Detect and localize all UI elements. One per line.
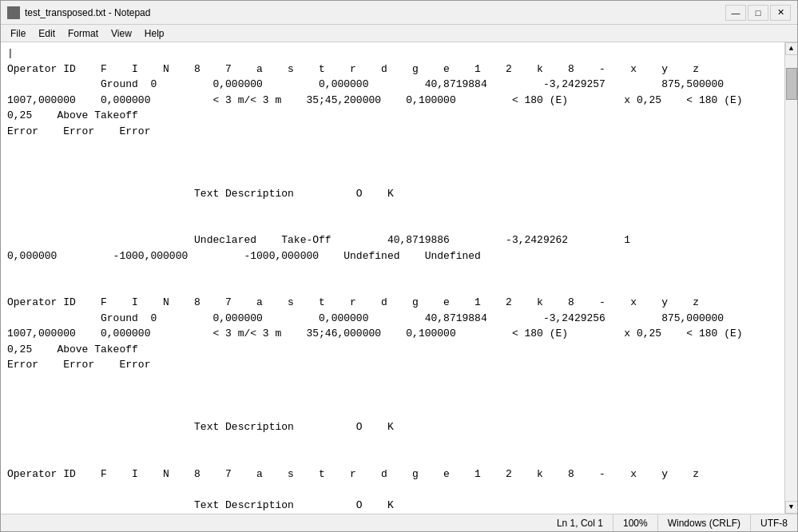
vertical-scrollbar[interactable]: ▲ ▼ (784, 42, 797, 514)
menu-bar: File Edit Format View Help (1, 25, 797, 42)
title-bar: test_transposed.txt - Notepad — □ ✕ (1, 1, 797, 25)
maximize-button[interactable]: □ (748, 5, 768, 21)
scroll-up-button[interactable]: ▲ (785, 42, 798, 55)
window-title: test_transposed.txt - Notepad (25, 7, 725, 18)
menu-file[interactable]: File (4, 26, 32, 41)
scroll-thumb[interactable] (786, 68, 797, 100)
scroll-down-button[interactable]: ▼ (785, 501, 798, 514)
status-line-ending: Windows (CRLF) (658, 514, 751, 531)
status-encoding: UTF-8 (751, 514, 797, 531)
text-editor[interactable]: | Operator ID F I N 8 7 a s t r d g e 1 … (1, 42, 784, 514)
status-zoom: 100% (613, 514, 658, 531)
cursor: | (7, 47, 14, 59)
status-position: Ln 1, Col 1 (547, 514, 613, 531)
menu-edit[interactable]: Edit (32, 26, 62, 41)
minimize-button[interactable]: — (725, 5, 746, 21)
main-window: test_transposed.txt - Notepad — □ ✕ File… (0, 0, 798, 532)
status-bar: Ln 1, Col 1 100% Windows (CRLF) UTF-8 (1, 514, 797, 531)
window-controls: — □ ✕ (725, 5, 791, 21)
app-icon (7, 6, 20, 19)
menu-help[interactable]: Help (138, 26, 171, 41)
menu-format[interactable]: Format (62, 26, 105, 41)
close-button[interactable]: ✕ (770, 5, 791, 21)
menu-view[interactable]: View (105, 26, 138, 41)
editor-area: | Operator ID F I N 8 7 a s t r d g e 1 … (1, 42, 797, 514)
